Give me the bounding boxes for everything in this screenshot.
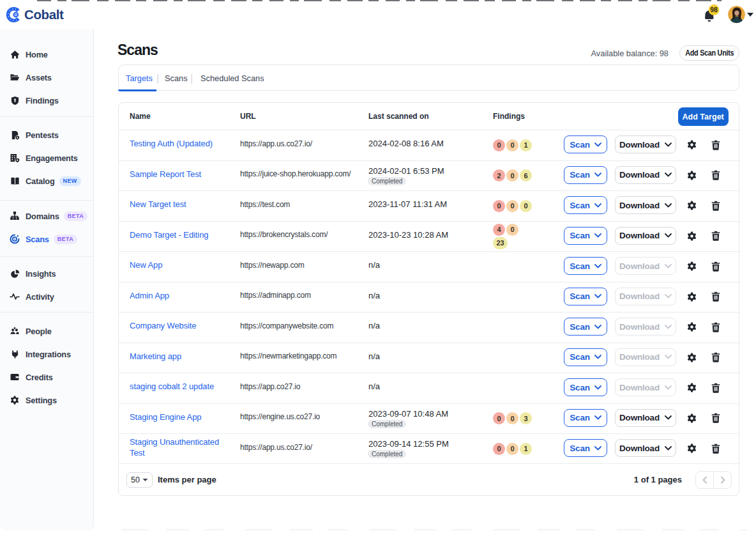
svg-text:98: 98	[710, 6, 718, 13]
svg-text:Cobalt: Cobalt	[24, 7, 64, 22]
